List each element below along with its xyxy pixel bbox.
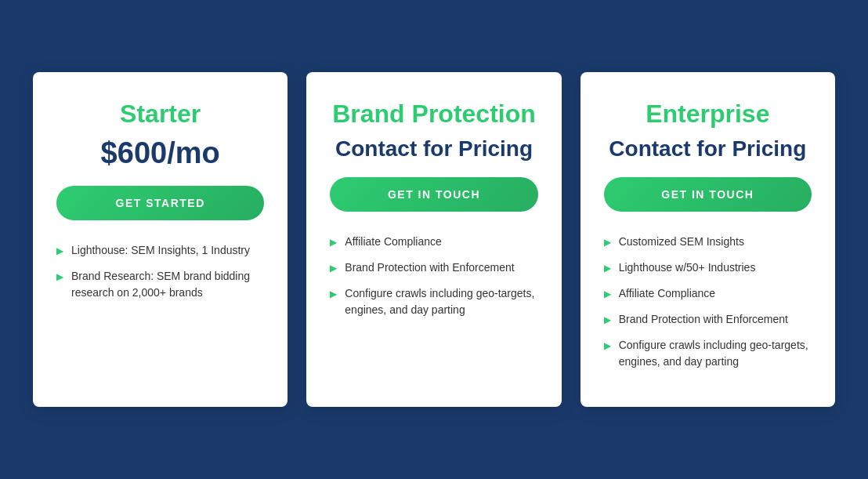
feature-text: Customized SEM Insights [619,234,744,250]
list-item: ▶Affiliate Compliance [330,234,537,250]
list-item: ▶Brand Research: SEM brand bidding resea… [56,268,264,301]
card-price-enterprise: Contact for Pricing [604,136,812,161]
features-list-enterprise: ▶Customized SEM Insights▶Lighthouse w/50… [604,234,812,379]
arrow-icon: ▶ [56,270,63,284]
cta-button-starter[interactable]: GET STARTED [56,186,264,220]
feature-text: Configure crawls including geo-targets, … [619,337,812,370]
list-item: ▶Customized SEM Insights [604,234,812,250]
arrow-icon: ▶ [56,244,63,258]
pricing-card-starter: Starter$600/moGET STARTED▶Lighthouse: SE… [33,72,288,407]
arrow-icon: ▶ [604,261,611,275]
feature-text: Brand Protection with Enforcement [345,259,514,276]
list-item: ▶Lighthouse: SEM Insights, 1 Industry [56,242,264,259]
list-item: ▶Brand Protection with Enforcement [604,311,812,328]
arrow-icon: ▶ [330,261,337,275]
pricing-container: Starter$600/moGET STARTED▶Lighthouse: SE… [0,56,868,423]
card-title-brand-protection: Brand Protection [330,100,537,129]
pricing-card-brand-protection: Brand ProtectionContact for PricingGET I… [306,72,561,407]
arrow-icon: ▶ [330,235,337,249]
arrow-icon: ▶ [604,287,611,301]
feature-text: Brand Protection with Enforcement [619,311,788,328]
list-item: ▶Affiliate Compliance [604,285,812,302]
feature-text: Configure crawls including geo-targets, … [345,285,537,318]
feature-text: Affiliate Compliance [619,285,715,302]
list-item: ▶Configure crawls including geo-targets,… [604,337,812,370]
arrow-icon: ▶ [604,313,611,327]
features-list-brand-protection: ▶Affiliate Compliance▶Brand Protection w… [330,234,537,328]
pricing-card-enterprise: EnterpriseContact for PricingGET IN TOUC… [580,72,835,407]
list-item: ▶Lighthouse w/50+ Industries [604,259,812,276]
card-price-starter: $600/mo [56,136,264,170]
cta-button-enterprise[interactable]: GET IN TOUCH [604,177,812,212]
list-item: ▶Configure crawls including geo-targets,… [330,285,537,318]
feature-text: Brand Research: SEM brand bidding resear… [71,268,264,301]
card-title-starter: Starter [56,100,264,129]
arrow-icon: ▶ [604,235,611,249]
feature-text: Lighthouse w/50+ Industries [619,259,756,276]
feature-text: Lighthouse: SEM Insights, 1 Industry [71,242,250,259]
cta-button-brand-protection[interactable]: GET IN TOUCH [330,177,537,212]
feature-text: Affiliate Compliance [345,234,441,250]
list-item: ▶Brand Protection with Enforcement [330,259,537,276]
card-price-brand-protection: Contact for Pricing [330,136,537,161]
arrow-icon: ▶ [330,287,337,301]
card-title-enterprise: Enterprise [604,100,812,129]
features-list-starter: ▶Lighthouse: SEM Insights, 1 Industry▶Br… [56,242,264,310]
arrow-icon: ▶ [604,339,611,353]
